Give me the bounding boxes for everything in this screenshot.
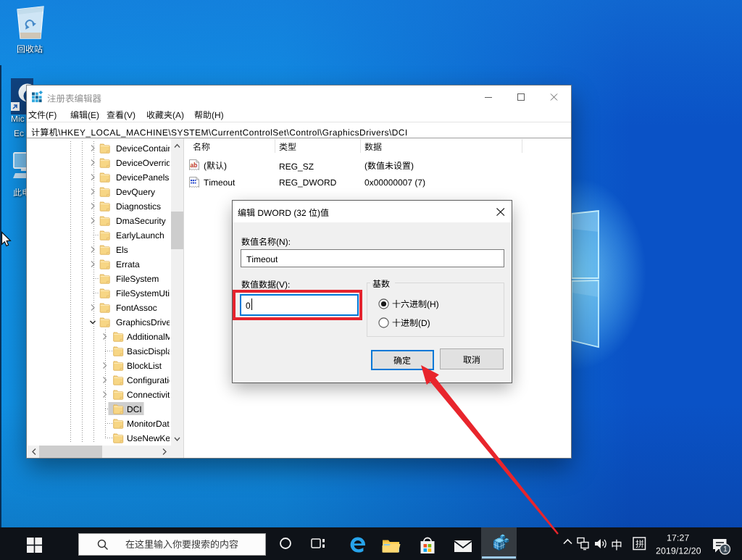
svg-text:ab: ab	[191, 162, 198, 169]
